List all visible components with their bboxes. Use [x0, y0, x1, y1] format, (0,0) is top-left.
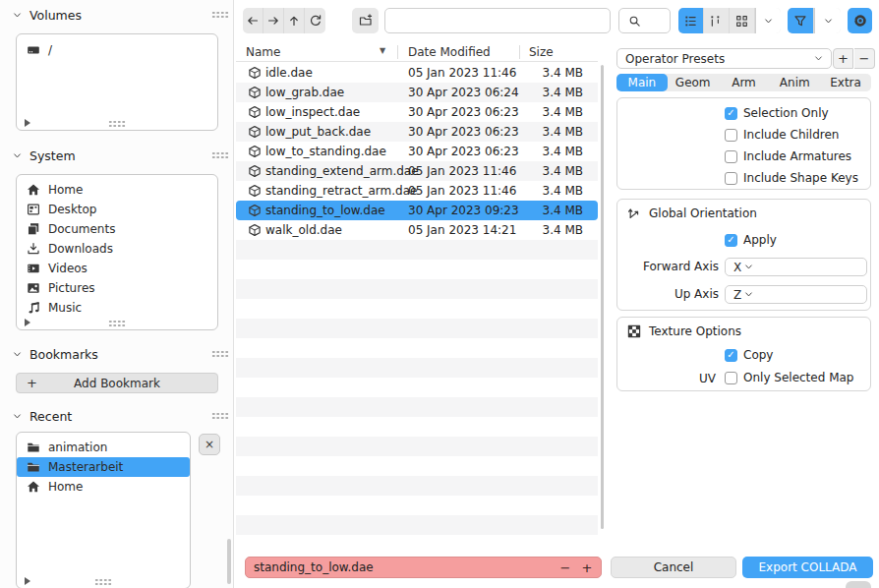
tab[interactable]: Main: [616, 74, 668, 91]
recent-item[interactable]: animation: [17, 438, 190, 457]
file-row[interactable]: low_put_back.dae 30 Apr 2023 06:23 3.4 M…: [236, 122, 598, 142]
checkbox[interactable]: [725, 107, 737, 120]
filename-input[interactable]: [245, 557, 602, 578]
bookmarks-section-header[interactable]: Bookmarks: [10, 345, 220, 363]
clear-recent-button[interactable]: ×: [199, 434, 220, 455]
filename-increment-button[interactable]: +: [578, 557, 596, 578]
view-vertical-list-button[interactable]: [678, 8, 704, 33]
checkbox[interactable]: [725, 129, 737, 142]
tab[interactable]: Anim: [769, 74, 820, 91]
file-row-empty[interactable]: [236, 319, 598, 338]
tab[interactable]: Geom: [668, 74, 719, 91]
system-item[interactable]: Documents: [17, 219, 217, 239]
box-grip-handle[interactable]: [108, 120, 126, 127]
volume-item[interactable]: /: [17, 40, 217, 60]
volumes-section-header[interactable]: Volumes: [10, 6, 220, 24]
file-row-empty[interactable]: [236, 240, 598, 260]
file-row-empty[interactable]: [236, 417, 598, 437]
forward-button[interactable]: [264, 8, 284, 33]
system-item[interactable]: Desktop: [17, 200, 217, 219]
view-thumbnails-button[interactable]: [730, 8, 755, 33]
sort-descending-icon[interactable]: ▼: [380, 46, 385, 55]
refresh-button[interactable]: [305, 8, 325, 33]
file-row[interactable]: low_grab.dae 30 Apr 2023 06:24 3.4 MB: [236, 83, 598, 102]
column-divider[interactable]: [519, 45, 520, 59]
operator-presets-dropdown[interactable]: Operator Presets: [616, 48, 832, 69]
file-row-empty[interactable]: [236, 299, 598, 319]
uv-only-selected-row[interactable]: UV Only Selected Map: [617, 371, 870, 392]
file-list-scrollbar[interactable]: [601, 65, 604, 529]
file-row[interactable]: standing_retract_arm.dae 05 Jan 2023 11:…: [236, 181, 598, 201]
forward-axis-dropdown[interactable]: X: [725, 258, 867, 276]
settings-button[interactable]: [848, 8, 872, 33]
tab[interactable]: Arm: [719, 74, 770, 91]
sidebar-scrollbar[interactable]: [227, 539, 231, 584]
file-row-empty[interactable]: [236, 397, 598, 417]
file-row-empty[interactable]: [236, 279, 598, 299]
file-row[interactable]: standing_to_low.dae 30 Apr 2023 09:23 3.…: [236, 201, 598, 220]
display-settings-dropdown[interactable]: [755, 8, 781, 33]
window-resize-grip[interactable]: [846, 581, 871, 588]
recent-item[interactable]: Masterarbeit: [17, 457, 190, 477]
column-name[interactable]: Name: [246, 45, 280, 59]
tab[interactable]: Extra: [820, 74, 871, 91]
option-row[interactable]: Include Children: [617, 128, 870, 149]
add-preset-button[interactable]: +: [833, 48, 853, 69]
system-section-header[interactable]: System: [10, 147, 220, 164]
filter-toggle-button[interactable]: [788, 8, 814, 33]
option-row[interactable]: Include Shape Keys: [617, 171, 870, 193]
file-row-empty[interactable]: [236, 456, 598, 476]
system-item[interactable]: Home: [17, 180, 217, 200]
file-row-empty[interactable]: [236, 260, 598, 279]
box-grip-handle[interactable]: [94, 578, 112, 585]
copy-option-row[interactable]: Copy: [617, 348, 870, 370]
filename-decrement-button[interactable]: −: [557, 557, 574, 578]
back-button[interactable]: [243, 8, 264, 33]
up-axis-dropdown[interactable]: Z: [725, 285, 867, 304]
checkbox[interactable]: [725, 234, 737, 247]
section-grip-handle[interactable]: [211, 412, 229, 419]
column-size[interactable]: Size: [529, 45, 554, 59]
box-grip-handle[interactable]: [108, 320, 126, 326]
file-row-empty[interactable]: [236, 378, 598, 397]
filter-settings-dropdown[interactable]: [814, 8, 841, 33]
checkbox[interactable]: [725, 349, 737, 362]
file-row[interactable]: walk_old.dae 05 Jan 2023 14:21 3.4 MB: [236, 220, 598, 240]
search-input[interactable]: [618, 8, 671, 33]
parent-directory-button[interactable]: [284, 8, 305, 33]
panel-header[interactable]: Global Orientation: [627, 206, 757, 220]
view-horizontal-list-button[interactable]: [704, 8, 730, 33]
file-row-empty[interactable]: [236, 338, 598, 358]
export-collada-button[interactable]: Export COLLADA: [742, 557, 873, 578]
apply-option-row[interactable]: Apply: [617, 233, 870, 255]
column-divider[interactable]: [397, 45, 398, 59]
resize-handle-icon[interactable]: [25, 319, 30, 326]
system-item[interactable]: Downloads: [17, 239, 217, 259]
create-directory-button[interactable]: [352, 8, 379, 33]
file-row-empty[interactable]: [236, 496, 598, 515]
resize-handle-icon[interactable]: [25, 577, 30, 585]
recent-section-header[interactable]: Recent: [10, 407, 220, 425]
resize-handle-icon[interactable]: [25, 119, 30, 127]
system-item[interactable]: Music: [17, 298, 217, 318]
option-row[interactable]: Include Armatures: [617, 149, 870, 171]
file-row[interactable]: low_inspect.dae 30 Apr 2023 06:23 3.4 MB: [236, 102, 598, 122]
option-row[interactable]: Selection Only: [617, 106, 870, 128]
section-grip-handle[interactable]: [211, 151, 229, 158]
remove-preset-button[interactable]: −: [854, 48, 875, 69]
file-row-empty[interactable]: [236, 358, 598, 378]
checkbox[interactable]: [725, 150, 737, 163]
file-row-empty[interactable]: [236, 515, 598, 535]
column-date-modified[interactable]: Date Modified: [408, 45, 491, 59]
section-grip-handle[interactable]: [211, 11, 229, 18]
file-row[interactable]: low_to_standing.dae 30 Apr 2023 06:23 3.…: [236, 142, 598, 161]
checkbox[interactable]: [725, 172, 737, 185]
file-row[interactable]: idle.dae 05 Jan 2023 11:46 3.4 MB: [236, 63, 598, 83]
system-item[interactable]: Pictures: [17, 278, 217, 298]
section-grip-handle[interactable]: [211, 350, 229, 357]
cancel-button[interactable]: Cancel: [611, 557, 736, 578]
system-item[interactable]: Videos: [17, 259, 217, 278]
file-row-empty[interactable]: [236, 437, 598, 456]
add-bookmark-button[interactable]: + Add Bookmark: [16, 373, 218, 393]
file-row[interactable]: standing_extend_arm.dae 05 Jan 2023 11:4…: [236, 161, 598, 181]
